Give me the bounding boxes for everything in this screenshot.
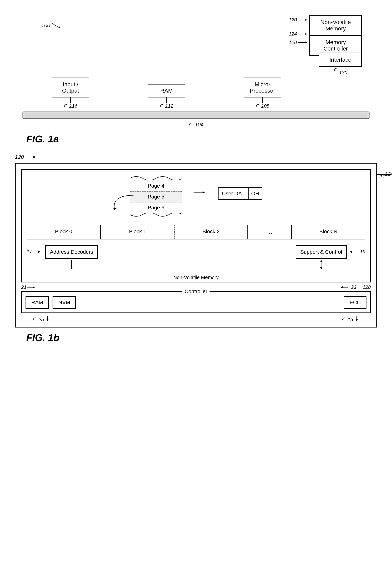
ref-112-bracket [160,104,165,108]
nvm-ctrl-box: NVM [53,296,76,309]
wavy-top [130,175,182,180]
nvm-inner-label: Non-Volatile Memory [173,274,219,280]
svg-marker-30 [46,319,49,321]
ref-116: 116 [69,103,77,109]
svg-marker-18 [70,260,73,262]
ram-component: RAM 112 [148,84,185,109]
svg-marker-3 [306,19,307,21]
user-dat-group: User DAT OH [218,187,262,200]
fig1b-inner-nvm-box: 11 Non-Volatile Memory Page 4 Page 5 Pag… [21,169,371,283]
ref-25-down-arrow [45,316,50,323]
addr-arrow [69,259,74,270]
user-dat-boxes: User DAT OH [218,187,262,200]
addr-dec-box: Address Decoders [45,245,98,259]
wavy-bottom [130,213,182,218]
page5-arrow [107,192,137,214]
fig1b-120-arrow [25,154,39,160]
ref-116-bracket [64,104,69,108]
ref-11: 11 [380,173,385,179]
fig1b-label: FIG. 1b [26,332,381,343]
interface-bus-connector [340,80,340,109]
ref-120-label: 120 [289,17,297,23]
ram-ctrl-box: RAM [26,296,49,309]
ref-130: 130 [339,70,347,76]
fig1a-label: FIG. 1a [26,133,381,145]
bus-components-row: Input /Output 116 RAM [23,78,369,109]
fig1b-outer-box: 124 11 Non-Volatile Memory [15,163,377,327]
mc-interface-line [308,30,362,68]
block0: Block 0 [27,225,101,239]
ref-15-bracket [342,317,347,322]
microprocessor-component: Micro-Processor 108 [244,78,281,109]
svg-marker-26 [33,286,35,288]
ref-17-arrow [33,250,42,254]
ref-23-line [341,285,350,289]
svg-marker-22 [320,267,322,269]
svg-marker-16 [38,251,40,253]
svg-marker-24 [350,251,352,253]
page6-box: Page 6 [130,202,182,213]
page5-box: Page 5 [130,191,182,203]
page5-userdat-arrow-area [194,190,207,195]
controller-box: Controller RAM NVM ECC [21,291,371,313]
ref-21-area: 21 [21,284,37,290]
svg-marker-7 [306,42,307,43]
svg-marker-28 [341,286,343,288]
block2: Block 2 [175,225,248,239]
pages-stack: Page 4 Page 5 Page 6 [130,175,182,219]
bus-bar [23,112,369,119]
addr-support-row: 17 Address Decoders [27,245,365,270]
fig1b-ref-120: 120 [15,154,381,160]
support-section: Support & Control [296,245,365,270]
page4-box: Page 4 [130,181,182,191]
ref-112: 112 [165,103,173,109]
svg-marker-5 [306,33,307,35]
block-dots: ... [248,225,292,239]
support-ctrl-box: Support & Control [296,245,347,259]
user-dat-box: User DAT [219,188,249,199]
ref-19-area: 19 [350,249,365,255]
ref-128-label: 128 [289,40,297,45]
support-arrow [318,259,324,270]
ref-15-area: 15 [342,316,360,323]
controller-inner-row: RAM NVM ECC [26,296,366,309]
svg-marker-32 [356,319,358,321]
ecc-box: ECC [344,296,366,309]
svg-marker-14 [203,191,205,193]
ref-25-bracket [32,317,38,322]
ref-23-128-area: 23 128 [341,284,371,290]
ref-124-label: 124 [289,31,297,37]
support-ctrl-group: Support & Control [296,245,347,270]
svg-marker-10 [33,156,36,158]
ref-108: 108 [261,103,269,109]
addr-dec-group: Address Decoders [45,245,98,270]
ref-104: 104 [195,122,204,128]
page5-arrow-right [194,190,207,195]
ref-21-arrow [28,285,37,289]
input-output-component: Input /Output 116 [52,78,89,109]
interface-ref-bracket [334,67,339,73]
oh-box: OH [249,188,262,199]
ref-17-area: 17 [27,249,42,255]
pages-userdat-row: Page 4 Page 5 Page 6 [27,175,365,219]
addr-section: 17 Address Decoders [27,245,98,270]
svg-marker-19 [70,267,73,269]
blocks-row: Block 0 Block 1 Block 2 ... Block N [27,225,365,240]
ref-104-bracket [188,123,194,127]
bus-ref-104: 104 [188,122,204,128]
ref-108-bracket [255,104,261,108]
controller-label: Controller [182,288,210,295]
ref-19-arrow [350,250,359,254]
ref-100-arrow [49,21,64,30]
block1-dashed: Block 1 [101,225,175,239]
ref-120-arrow [298,18,309,22]
ref-15-down-arrow [354,316,360,323]
svg-marker-21 [320,260,322,262]
ref-25-area: 25 [32,316,50,323]
blockN: Block N [292,225,365,239]
svg-marker-12 [113,208,116,210]
bottom-refs-row: 25 15 [21,316,371,323]
